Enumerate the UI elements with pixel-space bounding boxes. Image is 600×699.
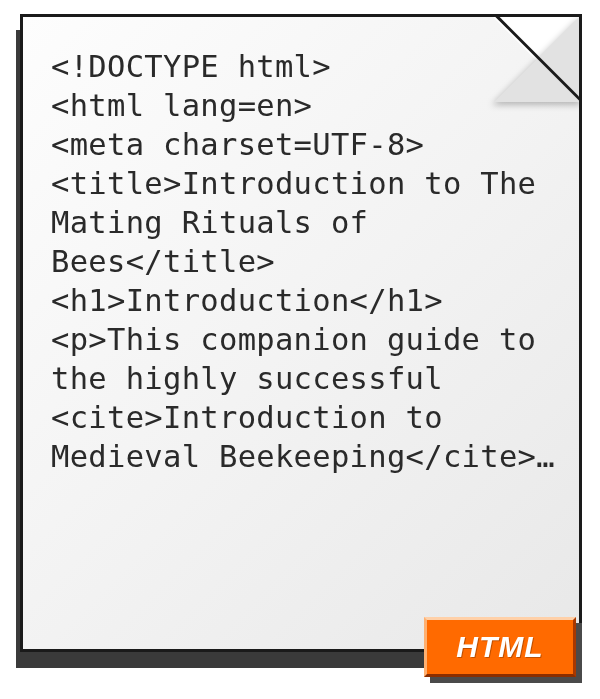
page-fold-corner <box>490 14 582 106</box>
document-page: <!DOCTYPE html> <html lang=en> <meta cha… <box>20 14 582 652</box>
code-content: <!DOCTYPE html> <html lang=en> <meta cha… <box>51 47 559 476</box>
badge-label: HTML <box>456 630 543 664</box>
html-badge: HTML <box>424 617 582 683</box>
